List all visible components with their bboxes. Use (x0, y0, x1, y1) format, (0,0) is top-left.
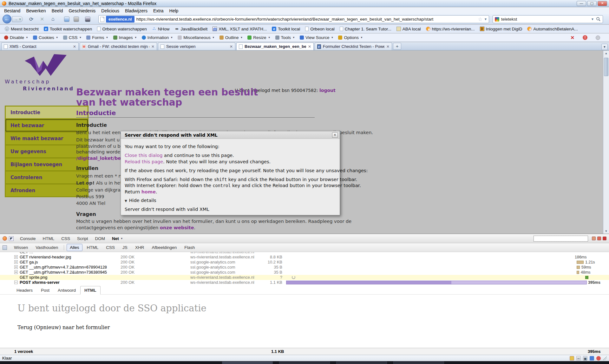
forward-button[interactable]: → ▾ (12, 16, 23, 22)
stop-icon[interactable]: ✕ (40, 16, 44, 22)
firebug-detach-icon[interactable] (597, 237, 601, 240)
tab-bezwaar-active[interactable]: Bezwaar_maken_tegen_een_besl...✕ (236, 42, 314, 50)
search-engine-icon[interactable] (495, 17, 499, 22)
onze-website-link[interactable]: onze website (160, 225, 194, 230)
detail-tab-html[interactable]: HTML (80, 286, 101, 295)
bookmark-item[interactable]: DInloggen met DigiD (478, 26, 525, 32)
sidebar-item-controleren[interactable]: Controleren (6, 172, 88, 183)
net-filter-css[interactable]: CSS (103, 244, 118, 251)
net-row-header-jpg[interactable]: + GET rivierenland-header.jpg 200 OK ws-… (0, 255, 609, 260)
reload-page-link[interactable]: Reload this page (125, 159, 163, 164)
reload-icon[interactable]: ⟳ (29, 16, 33, 22)
menu-help[interactable]: Help (167, 8, 181, 14)
bookmark-item[interactable]: eToolkit local (270, 26, 302, 32)
tab-close-icon[interactable]: ✕ (151, 44, 154, 49)
firebug-tab-html[interactable]: HTML (40, 235, 58, 243)
firebug-icon[interactable] (3, 236, 7, 241)
tab-formulier-checklist[interactable]: FFormulier Checklist Testen - Power...✕ (315, 42, 392, 50)
webdev-view-source[interactable]: View Source▼ (298, 35, 336, 41)
detail-tab-antwoord[interactable]: Antwoord (54, 286, 80, 294)
webdev-images[interactable]: Images▼ (111, 35, 139, 41)
scroll-up-icon[interactable]: ▲ (604, 52, 608, 55)
bookmark-star-icon[interactable]: ☆ (478, 16, 482, 22)
taskbar-window-button[interactable] (279, 361, 330, 364)
lock-icon[interactable] (570, 356, 574, 361)
digitaal-loket-link[interactable]: /digitaal_loket/bez (76, 156, 124, 161)
dialog-close-icon[interactable]: ✕ (332, 133, 338, 138)
net-filter-flash[interactable]: Flash (181, 244, 198, 251)
back-button[interactable]: ← (3, 15, 11, 23)
webdev-miscellaneous[interactable]: Miscellaneous▼ (175, 35, 217, 41)
detail-tab-post[interactable]: Post (37, 286, 53, 294)
firebug-search-input[interactable] (534, 236, 588, 242)
firebug-tab-css[interactable]: CSS (58, 235, 73, 243)
net-row-ga-js[interactable]: + GET ga.js 200 OK ssl.google-analytics.… (0, 260, 609, 265)
net-filter-js[interactable]: JS (119, 244, 131, 251)
firebug-minimize-icon[interactable] (592, 237, 596, 240)
bookmark-item[interactable]: https://ws-rivierenlan... (424, 26, 477, 32)
net-row-xforms-server[interactable]: − POST xforms-server 200 OK ws-rivierenl… (0, 280, 609, 285)
expand-icon[interactable]: + (14, 270, 18, 274)
taskbar-window-button[interactable] (393, 361, 444, 364)
menu-delicious[interactable]: Delicious (98, 8, 122, 14)
scroll-down-icon[interactable]: ▼ (604, 230, 608, 233)
toolbar-archive-icon[interactable] (74, 16, 79, 22)
sidebar-item-introductie[interactable]: Introductie (6, 107, 88, 118)
warning-icon[interactable]: ! (583, 35, 587, 40)
bookmark-item[interactable]: AutomatischBetalenA... (525, 26, 580, 32)
net-persist-button[interactable]: Vasthouden (32, 244, 61, 251)
close-button[interactable]: ✕ (598, 1, 607, 6)
firebug-close-icon[interactable] (603, 237, 606, 240)
bookmark-item[interactable]: eToolkit waterschappen (42, 26, 95, 32)
addon-icon[interactable] (590, 356, 594, 361)
bookmark-item[interactable]: ∴NHow (150, 26, 172, 32)
firebug-tab-script[interactable]: Script (74, 235, 91, 243)
hide-details-toggle[interactable]: ▼Hide details (125, 198, 156, 203)
response-return-link[interactable]: Terug (Opnieuw) naar het formulier (17, 324, 609, 330)
expand-icon[interactable]: + (14, 265, 18, 269)
bookmark-item[interactable]: dbXML, XSLT and XPATH... (210, 26, 269, 32)
webdev-disable[interactable]: Disable▼ (2, 35, 30, 41)
sidebar-item-bijlagen-toevoegen[interactable]: Bijlagen toevoegen (6, 159, 88, 170)
notification-icon[interactable] (596, 356, 601, 361)
status-dot-icon[interactable] (596, 36, 600, 40)
sidebar-item-wie-maakt-bezwaar[interactable]: Wie maakt bezwaar (6, 133, 88, 144)
home-icon[interactable]: ⌂ (51, 16, 55, 22)
net-row-partial[interactable]: GET … ws-rivierenland.testlab.exellence.… (0, 252, 609, 255)
menu-bewerken[interactable]: Bewerken (23, 8, 49, 14)
firebug-tab-dom[interactable]: DOM (92, 235, 108, 243)
search-engine-dropdown-icon[interactable]: ▼ (591, 17, 594, 21)
tab-close-icon[interactable]: ✕ (308, 44, 311, 49)
net-clear-button[interactable]: Wissen (11, 244, 31, 251)
panel-grid-icon[interactable] (3, 245, 7, 250)
url-text[interactable]: https://ws-rivierenland.testlab.exellenc… (136, 17, 476, 22)
window-icon[interactable]: ▣ (583, 356, 587, 361)
site-identity-badge[interactable]: exellence.nl (106, 16, 134, 23)
net-filter-xhr[interactable]: XHR (132, 244, 147, 251)
webdev-information[interactable]: Information▼ (140, 35, 175, 41)
menu-geschiedenis[interactable]: Geschiedenis (66, 8, 98, 14)
inspect-icon[interactable] (9, 236, 14, 241)
webdev-resize[interactable]: Resize▼ (245, 35, 272, 41)
webdev-forms[interactable]: Forms▼ (84, 35, 110, 41)
webdev-tools[interactable]: Tools▼ (273, 35, 297, 41)
collapse-icon[interactable]: − (14, 281, 18, 284)
tab-gmail[interactable]: MGmail - FW: checklist testen mijn ov...… (80, 42, 157, 50)
menu-extra[interactable]: Extra (150, 8, 167, 14)
sidebar-item-afronden[interactable]: Afronden (6, 185, 88, 196)
toolbar-dark-page-icon[interactable] (85, 16, 90, 22)
webdev-outline[interactable]: Outline▼ (217, 35, 245, 41)
firebug-tab-net[interactable]: Net▼ (109, 235, 126, 243)
expand-icon[interactable]: + (14, 255, 18, 259)
resize-grip[interactable] (603, 356, 607, 360)
firebug-tab-console[interactable]: Console (17, 235, 39, 243)
webdev-css[interactable]: CSS▼ (61, 35, 84, 41)
net-filter-images[interactable]: Afbeeldingen (148, 244, 180, 251)
net-row-sprite-png[interactable]: GET sprite.png ws-rivierenland.testlab.e… (0, 275, 609, 280)
taskbar-window-button[interactable] (222, 361, 273, 364)
tab-close-icon[interactable]: ✕ (73, 44, 76, 49)
detail-tab-headers[interactable]: Headers (13, 286, 36, 294)
net-filter-html[interactable]: HTML (84, 244, 102, 251)
toolbar-page-icon[interactable] (64, 16, 69, 22)
bookmark-item[interactable]: ∞JavaBlackBelt (172, 26, 210, 32)
